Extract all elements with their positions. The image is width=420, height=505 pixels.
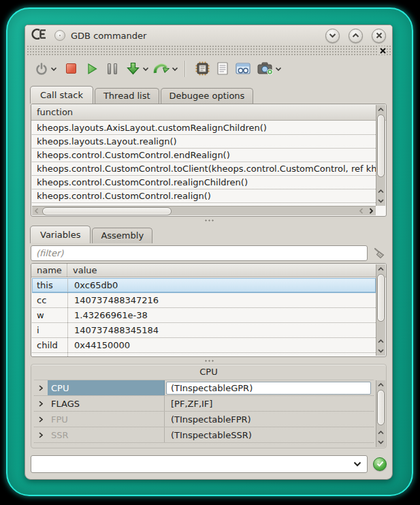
scroll-right-icon[interactable] — [366, 206, 376, 215]
inspector-row-flags[interactable]: FLAGS [PF,ZF,IF] — [34, 396, 374, 412]
scroll-down-icon[interactable] — [376, 196, 385, 206]
callstack-row[interactable]: kheops.control.CustomControl.endRealign(… — [32, 149, 376, 162]
inspector-label[interactable]: FLAGS — [48, 396, 165, 411]
output-view-button[interactable] — [217, 62, 228, 75]
step-over-button[interactable] — [153, 62, 169, 76]
callstack-row[interactable]: kheops.layouts.Layout.realign() — [32, 135, 376, 149]
step-into-menu-button[interactable] — [142, 67, 149, 72]
inspector-vscrollbar[interactable] — [376, 380, 385, 447]
variables-header[interactable]: name value — [31, 264, 386, 277]
variable-row[interactable]: this 0xc65db0 — [32, 278, 376, 293]
dock-close-button[interactable] — [378, 46, 387, 55]
expand-arrow-icon[interactable] — [34, 416, 48, 423]
scroll-up-icon[interactable] — [376, 187, 385, 196]
expand-arrow-icon[interactable] — [34, 401, 48, 407]
snapshot-button[interactable] — [257, 62, 273, 75]
chevron-down-icon — [353, 461, 361, 467]
close-button[interactable] — [372, 29, 386, 43]
variable-value: 1.43266961e-38 — [68, 353, 376, 356]
run-button[interactable] — [86, 63, 98, 75]
variable-row[interactable]: cc 140737488347216 — [32, 293, 376, 308]
scroll-up-icon[interactable] — [376, 337, 385, 346]
play-icon — [86, 63, 98, 75]
titlebar[interactable]: GDB commander — [25, 25, 392, 46]
expand-arrow-icon[interactable] — [34, 385, 48, 391]
window-menu-button[interactable] — [54, 30, 65, 41]
inspector-value-editor[interactable]: (TInspectableGPR) — [166, 382, 371, 395]
callstack-row[interactable]: kheops.layouts.AxisLayout.customRealignC… — [32, 121, 376, 135]
scroll-left-icon[interactable] — [357, 206, 366, 215]
scroll-down-icon[interactable] — [376, 346, 385, 356]
column-header-function[interactable]: function — [31, 104, 78, 120]
variable-name: b — [32, 353, 68, 356]
step-over-menu-button[interactable] — [172, 67, 178, 72]
variable-row[interactable]: child 0x44150000 — [32, 338, 376, 353]
tab-debugee-options[interactable]: Debugee options — [161, 88, 254, 104]
tab-assembly[interactable]: Assembly — [92, 228, 152, 243]
power-menu-button[interactable] — [50, 67, 57, 72]
cpu-inspector-groupbox: CPU CPU (TInspectableGPR) FLAGS [PF,ZF,I… — [31, 364, 387, 448]
scroll-left-icon[interactable] — [32, 206, 42, 215]
column-header-value[interactable]: value — [67, 264, 103, 277]
callstack-row[interactable]: kheops.control.CustomControl.toClient(kh… — [32, 162, 376, 176]
tab-variables[interactable]: Variables — [30, 226, 91, 243]
watch-view-button[interactable] — [236, 63, 251, 75]
scrollbar-thumb[interactable] — [42, 207, 172, 215]
variables-vscrollbar[interactable] — [376, 264, 385, 356]
tab-thread-list[interactable]: Thread list — [95, 88, 159, 104]
command-input[interactable] — [31, 456, 367, 472]
stop-button[interactable] — [66, 63, 76, 74]
scrollbar-thumb[interactable] — [377, 274, 385, 322]
splitter-handle[interactable] — [31, 217, 387, 224]
tab-call-stack[interactable]: Call stack — [30, 86, 93, 104]
inspector-label[interactable]: SSR — [48, 427, 165, 442]
scrollbar-track[interactable] — [42, 206, 357, 215]
variables-panel: name value this 0xc65db0 cc 140737488347… — [31, 263, 387, 357]
scroll-up-icon[interactable] — [376, 428, 385, 438]
scroll-up-icon[interactable] — [376, 105, 385, 114]
callstack-vscrollbar[interactable] — [376, 105, 385, 206]
broom-icon — [373, 247, 386, 259]
variable-row[interactable]: i 140737488345184 — [32, 323, 376, 338]
inspector-row-cpu[interactable]: CPU (TInspectableGPR) — [34, 380, 374, 396]
column-header-name[interactable]: name — [31, 264, 67, 277]
maximize-button[interactable] — [349, 29, 363, 43]
scrollbar-thumb[interactable] — [377, 114, 385, 177]
callstack-row[interactable]: kheops.control.CustomControl.realignChil… — [32, 176, 376, 189]
inspector-row-fpu[interactable]: FPU (TInspectableFPR) — [34, 412, 374, 427]
variable-value: 140737488345184 — [68, 323, 376, 337]
combobox-dropdown-button[interactable] — [353, 461, 361, 467]
minimize-button[interactable] — [325, 29, 340, 43]
chevron-down-icon — [142, 67, 149, 72]
expand-arrow-icon[interactable] — [34, 432, 48, 438]
chevron-down-icon — [275, 67, 282, 72]
step-into-button[interactable] — [126, 62, 140, 76]
scroll-up-icon[interactable] — [376, 380, 385, 390]
inspector-row-ssr[interactable]: SSR (TInspectableSSR) — [34, 427, 374, 443]
splitter-handle[interactable] — [31, 357, 387, 364]
inspector-label[interactable]: CPU — [48, 380, 165, 395]
power-button[interactable] — [35, 62, 48, 76]
scroll-up-icon[interactable] — [376, 264, 385, 274]
command-combobox[interactable] — [31, 455, 368, 473]
variable-row[interactable]: w 1.43266961e-38 — [32, 308, 376, 323]
pause-button[interactable] — [108, 63, 117, 74]
callstack-row[interactable]: kheops.control.CustomControl.realign() — [32, 189, 376, 203]
execute-button[interactable] — [373, 457, 387, 471]
variable-row[interactable]: b 1.43266961e-38 — [32, 353, 376, 356]
cpu-view-button[interactable] — [195, 61, 210, 76]
clear-filter-button[interactable] — [372, 245, 387, 260]
filter-input[interactable] — [31, 245, 368, 261]
gdb-commander-window: GDB commander — [25, 25, 393, 480]
callstack-header[interactable]: function — [31, 104, 386, 121]
scroll-down-icon[interactable] — [376, 438, 385, 447]
inspector-label[interactable]: FPU — [48, 412, 165, 427]
dock-handle[interactable] — [26, 46, 391, 56]
check-icon — [376, 461, 384, 467]
snapshot-menu-button[interactable] — [275, 67, 282, 72]
callstack-list: kheops.layouts.AxisLayout.customRealignC… — [32, 121, 376, 206]
debug-toolbar — [25, 56, 392, 81]
scrollbar-thumb[interactable] — [377, 390, 385, 425]
filter-row — [31, 245, 387, 261]
callstack-hscrollbar[interactable] — [32, 206, 376, 215]
